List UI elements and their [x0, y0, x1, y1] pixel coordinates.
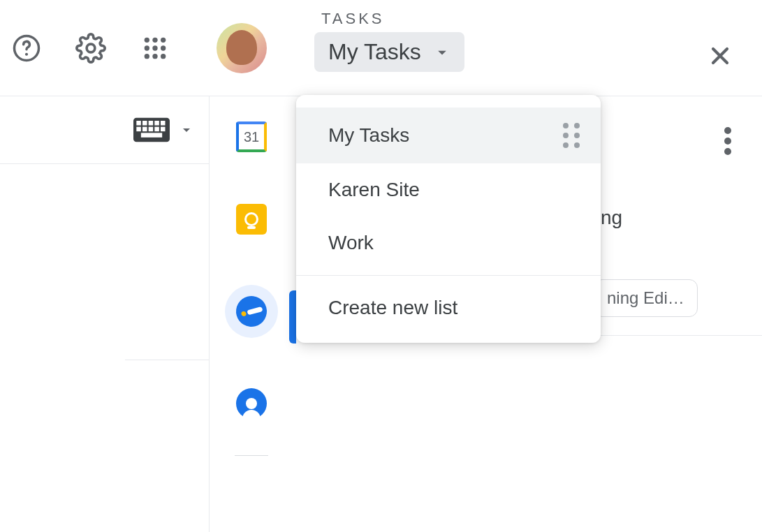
svg-point-6: [145, 45, 149, 50]
svg-point-2: [87, 44, 95, 52]
svg-point-1: [25, 52, 28, 55]
svg-rect-13: [136, 121, 141, 126]
svg-rect-22: [161, 127, 166, 132]
svg-point-26: [724, 148, 731, 155]
left-column: [0, 96, 210, 532]
divider: [125, 360, 209, 360]
svg-rect-20: [149, 127, 154, 132]
menu-item-karen-site[interactable]: Karen Site: [296, 163, 601, 216]
svg-point-24: [724, 127, 731, 134]
svg-rect-17: [161, 121, 166, 126]
svg-point-9: [145, 54, 149, 59]
caret-down-icon[interactable]: [178, 121, 195, 138]
close-icon[interactable]: [706, 42, 734, 70]
menu-item-work[interactable]: Work: [296, 216, 601, 269]
apps-grid-icon[interactable]: [138, 31, 172, 65]
tasks-label: TASKS: [321, 10, 761, 28]
svg-point-3: [145, 37, 149, 42]
task-chip-partial[interactable]: ning Edi…: [594, 279, 698, 317]
keyboard-icon[interactable]: [133, 117, 170, 142]
current-list-name: My Tasks: [328, 39, 421, 65]
rail-calendar[interactable]: 31: [235, 120, 268, 154]
rail-keep[interactable]: [235, 202, 268, 236]
tasks-panel-header: TASKS My Tasks: [314, 10, 761, 72]
task-row-partial: ng: [601, 207, 622, 229]
keep-icon: [236, 204, 267, 235]
svg-point-4: [152, 37, 157, 42]
svg-point-25: [724, 138, 731, 145]
menu-item-create-new-list[interactable]: Create new list: [296, 281, 601, 334]
menu-item-label: Create new list: [328, 297, 457, 319]
chip-label: ning Edi…: [607, 288, 684, 307]
drag-handle-icon[interactable]: [563, 123, 580, 148]
more-vert-icon[interactable]: [724, 127, 731, 155]
svg-point-10: [152, 54, 157, 59]
user-avatar[interactable]: [217, 23, 267, 73]
caret-down-icon: [432, 43, 452, 62]
tasks-list-dropdown[interactable]: My Tasks: [314, 32, 464, 72]
side-panel-rail: 31: [210, 105, 293, 456]
svg-rect-16: [154, 121, 159, 126]
header-icon-group: [0, 23, 267, 73]
menu-item-label: Karen Site: [328, 179, 420, 201]
calendar-day: 31: [244, 129, 259, 145]
divider: [601, 335, 762, 336]
svg-rect-15: [149, 121, 154, 126]
rail-tasks-active[interactable]: [225, 285, 278, 338]
menu-item-label: Work: [328, 232, 374, 254]
divider: [296, 275, 601, 276]
svg-rect-18: [136, 127, 141, 132]
divider: [0, 163, 209, 164]
gear-icon[interactable]: [74, 31, 108, 65]
svg-point-8: [161, 45, 166, 50]
menu-item-my-tasks[interactable]: My Tasks: [296, 108, 601, 163]
svg-rect-14: [142, 121, 147, 126]
svg-point-11: [161, 54, 166, 59]
active-panel-indicator: [289, 290, 296, 343]
menu-item-label: My Tasks: [328, 124, 409, 147]
calendar-icon: 31: [236, 121, 267, 152]
svg-rect-19: [142, 127, 147, 132]
svg-rect-21: [154, 127, 159, 132]
input-method-row: [0, 96, 209, 156]
svg-point-5: [161, 37, 166, 42]
svg-rect-23: [141, 133, 162, 138]
list-switcher-menu: My Tasks Karen Site Work Create new list: [296, 95, 601, 343]
divider: [235, 455, 268, 456]
tasks-icon: [233, 293, 270, 330]
contacts-icon: [236, 388, 267, 419]
rail-contacts[interactable]: [235, 387, 268, 420]
svg-point-7: [152, 45, 157, 50]
help-icon[interactable]: [10, 31, 43, 65]
